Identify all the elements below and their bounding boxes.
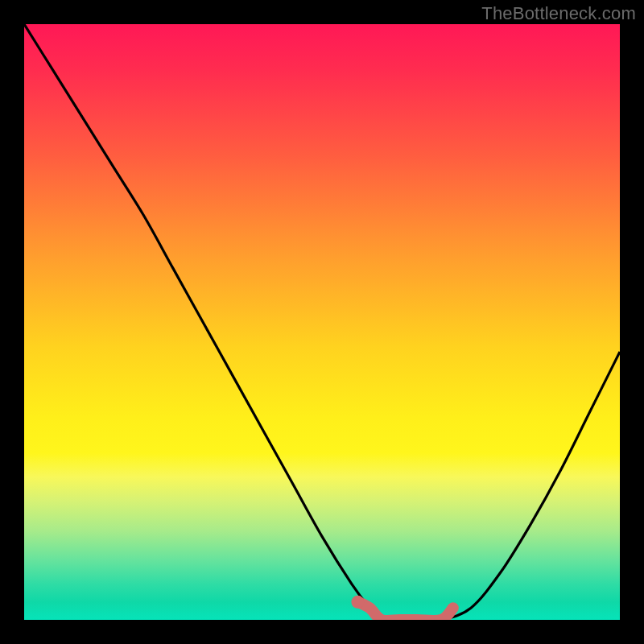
bottleneck-curve <box>24 24 620 620</box>
curve-layer <box>24 24 620 620</box>
chart-frame: TheBottleneck.com <box>0 0 644 644</box>
watermark-text: TheBottleneck.com <box>481 3 636 24</box>
recommended-range-highlight <box>357 602 452 620</box>
curve-marker <box>351 596 364 609</box>
